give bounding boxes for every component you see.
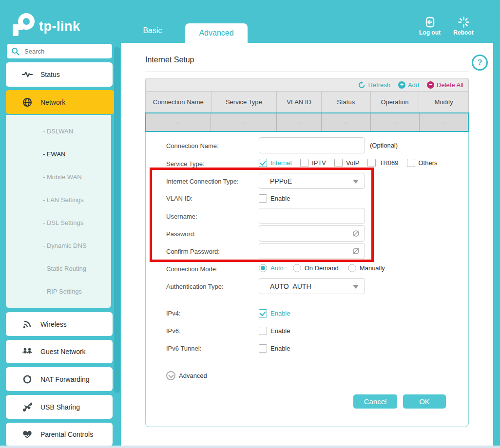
column-header: Modify	[419, 92, 468, 112]
column-header: Service Type	[212, 92, 277, 112]
connection-name-input[interactable]	[259, 137, 365, 153]
table-toolbar: Refresh + Add − Delete All	[145, 78, 469, 92]
delete-all-button[interactable]: − Delete All	[427, 81, 463, 89]
sidebar-item-nat-forwarding[interactable]: NAT Forwarding	[6, 367, 113, 391]
ipv6-enable-checkbox[interactable]: Enable	[259, 327, 290, 335]
connection-mode-auto[interactable]: Auto	[259, 264, 284, 272]
ipv6-tunnel-enable-checkbox[interactable]: Enable	[259, 344, 290, 353]
tab-advanced[interactable]: Advanced	[185, 23, 248, 43]
authentication-type-select[interactable]: AUTO_AUTH	[259, 278, 365, 294]
eye-slash-icon[interactable]	[352, 247, 360, 257]
ipv6-tunnel-label: IPv6 Tunnel:	[166, 345, 201, 352]
delete-icon: −	[427, 81, 434, 89]
page-title: Internet Setup	[145, 56, 194, 64]
logout-icon	[424, 17, 436, 28]
sidebar-item-label: Network	[40, 98, 65, 106]
sidebar-scrollbar-thumb[interactable]	[114, 47, 120, 393]
column-header: VLAN ID	[277, 92, 322, 112]
search-icon	[11, 47, 19, 56]
network-submenu: - DSLWAN - EWAN - Mobile WAN - LAN Setti…	[6, 115, 111, 308]
chevron-down-icon	[353, 285, 359, 289]
sidebar-item-label: Status	[40, 71, 60, 78]
sidebar-item-parental-controls[interactable]: Parental Controls	[6, 423, 113, 446]
chevron-down-circle-icon	[166, 371, 175, 380]
checkbox-icon[interactable]	[259, 194, 267, 203]
logout-button[interactable]: Log out	[413, 17, 447, 36]
search-box[interactable]	[7, 44, 112, 58]
confirm-password-input[interactable]	[259, 243, 365, 259]
submenu-item-lan-settings[interactable]: - LAN Settings	[43, 196, 84, 204]
add-button[interactable]: + Add	[398, 81, 419, 89]
table-row[interactable]: -- -- -- -- -- --	[145, 112, 469, 132]
submenu-item-dslwan[interactable]: - DSLWAN	[43, 128, 73, 135]
radio-icon[interactable]	[293, 264, 301, 272]
row-cell: --	[277, 113, 322, 131]
connection-mode-on-demand[interactable]: On Demand	[293, 264, 339, 272]
ok-button[interactable]: OK	[403, 394, 446, 409]
logout-label: Log out	[419, 29, 441, 36]
row-cell: --	[211, 113, 277, 131]
checkbox-icon[interactable]	[367, 159, 376, 167]
sidebar-item-status[interactable]: Status	[6, 62, 113, 87]
sidebar-item-label: Guest Network	[40, 348, 86, 355]
tab-basic[interactable]: Basic	[131, 26, 174, 35]
confirm-password-label: Confirm Password:	[166, 248, 220, 255]
sidebar-item-network[interactable]: Network	[6, 90, 115, 114]
checkbox-checked-icon[interactable]	[259, 159, 267, 167]
sidebar-item-wireless[interactable]: Wireless	[6, 312, 113, 336]
guest-network-icon	[22, 347, 33, 356]
reboot-button[interactable]: Reboot	[446, 17, 481, 36]
brand-name: tp-link	[39, 19, 80, 34]
ipv4-label: IPv4:	[166, 310, 181, 317]
submenu-item-ewan[interactable]: - EWAN	[43, 150, 65, 158]
row-cell: --	[420, 113, 468, 131]
connection-mode-label: Connection Mode:	[166, 265, 218, 273]
password-label: Password:	[166, 230, 196, 238]
cancel-button[interactable]: Cancel	[353, 394, 397, 409]
sidebar-item-guest-network[interactable]: Guest Network	[6, 340, 113, 363]
nat-forwarding-icon	[22, 374, 33, 384]
connection-mode-manually[interactable]: Manually	[348, 264, 385, 272]
row-cell: --	[322, 113, 371, 131]
sidebar-item-usb-sharing[interactable]: USB Sharing	[6, 395, 113, 419]
submenu-item-mobile-wan[interactable]: - Mobile WAN	[43, 173, 82, 181]
service-type-iptv[interactable]: IPTV	[300, 159, 326, 167]
radio-selected-icon[interactable]	[259, 264, 267, 272]
checkbox-icon[interactable]	[407, 159, 415, 167]
checkbox-icon[interactable]	[334, 159, 343, 167]
submenu-item-dsl-settings[interactable]: - DSL Settings	[43, 219, 83, 226]
optional-hint: (Optional)	[370, 142, 398, 149]
help-icon[interactable]: ?	[472, 55, 488, 71]
service-type-voip[interactable]: VoIP	[334, 159, 359, 167]
search-input[interactable]	[23, 47, 103, 56]
submenu-item-rip-settings[interactable]: - RIP Settings	[43, 288, 82, 295]
service-type-others[interactable]: Others	[407, 159, 438, 167]
advanced-expander-label: Advanced	[179, 372, 207, 379]
ipv6-label: IPv6:	[166, 327, 181, 335]
radio-icon[interactable]	[348, 264, 356, 272]
row-cell: --	[146, 113, 211, 131]
submenu-item-dynamic-dns[interactable]: - Dynamic DNS	[43, 242, 87, 249]
checkbox-icon[interactable]	[300, 159, 308, 167]
refresh-button[interactable]: Refresh	[358, 81, 390, 89]
tp-link-logo: tp-link	[9, 9, 80, 37]
checkbox-icon[interactable]	[259, 327, 267, 335]
internet-connection-type-select[interactable]: PPPoE	[259, 173, 365, 189]
submenu-item-static-routing[interactable]: - Static Routing	[43, 265, 86, 272]
password-input[interactable]	[259, 225, 365, 242]
vlan-enable-checkbox[interactable]: Enable	[259, 194, 290, 203]
advanced-expander[interactable]: Advanced	[166, 371, 207, 380]
parental-controls-heart-icon	[22, 430, 33, 439]
internet-setup-form: Connection Name: (Optional) Service Type…	[145, 132, 469, 427]
column-header: Operation	[371, 92, 420, 112]
username-input[interactable]	[259, 208, 365, 224]
ipv4-enable-checkbox[interactable]: Enable	[259, 309, 290, 317]
service-type-internet[interactable]: Internet	[259, 159, 292, 167]
checkbox-checked-icon[interactable]	[259, 309, 267, 317]
service-type-label: Service Type:	[166, 160, 205, 168]
router-admin-page: tp-link Basic Advanced Log out Reboot	[0, 0, 500, 448]
vlan-id-label: VLAN ID:	[166, 195, 192, 202]
eye-slash-icon[interactable]	[352, 229, 360, 240]
checkbox-icon[interactable]	[259, 344, 267, 353]
service-type-tr069[interactable]: TR069	[367, 159, 398, 167]
